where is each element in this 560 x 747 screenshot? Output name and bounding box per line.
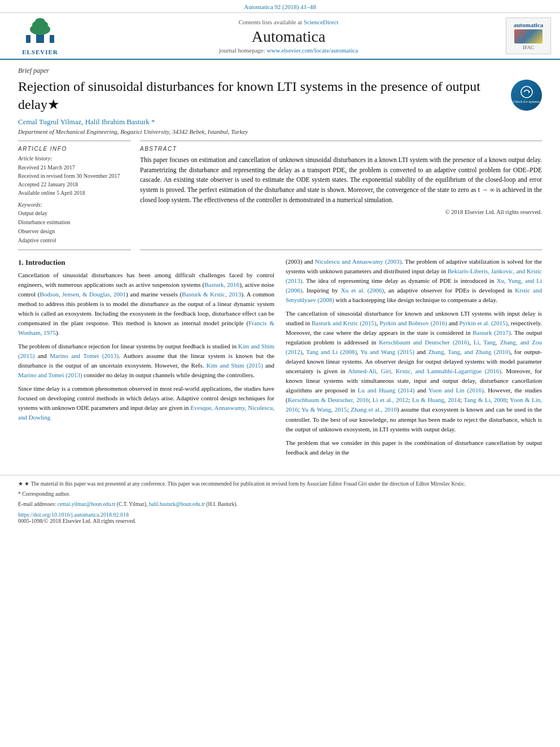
page: Automatica 92 (2018) 41–48 ELSEVIER [0, 0, 560, 747]
star-footnote: ★ ★ The material in this paper was not p… [18, 480, 542, 488]
ref-marino2013[interactable]: Marino and Tomei (2013) [50, 352, 119, 359]
article-info-label: article info [18, 146, 131, 152]
abstract-label: abstract [140, 146, 542, 152]
journal-ref-text: Automatica 92 (2018) 41–48 [244, 3, 316, 10]
ref-ahmed2016[interactable]: Ahmed-Ali, Giri, Krstic, and Lamnabhi-La… [348, 368, 501, 374]
article-info-col: article info Article history: Received 2… [18, 141, 131, 250]
elsevier-logo: ELSEVIER [9, 18, 71, 54]
ref-tang2008b[interactable]: Tang & Li, 2008 [464, 396, 506, 403]
affiliation-line: Department of Mechanical Engineering, Bo… [18, 128, 542, 135]
ref-xu2006b[interactable]: Xu et al. (2006) [341, 287, 384, 294]
ref-marino2013b[interactable]: Marino and Tomei (2013) [18, 372, 82, 378]
intro-para-3: Since time delay is a common phenomenon … [18, 384, 274, 422]
ref-basturk2013[interactable]: Basturk & Krstic, 2013 [182, 291, 241, 298]
article-title-row: Rejection of sinusoidal disturbances for… [18, 77, 542, 114]
svg-rect-4 [26, 35, 30, 43]
ref-pyrkin2015[interactable]: Pyrkin et al. (2015) [460, 320, 508, 326]
svg-rect-5 [50, 35, 54, 43]
check-for-updates-badge: Check for updates [511, 80, 542, 111]
email-addresses-line: E-mail addresses: cemal.yilmaz@boun.edu.… [18, 500, 542, 508]
contents-text: Contents lists available at [238, 19, 302, 25]
keyword-disturbance: Disturbance estimation [18, 218, 131, 227]
ref-basturk2016[interactable]: Basturk, 2016 [204, 281, 239, 288]
ref-kerschbaum2016b[interactable]: Kerschbaum & Deutscher, 2016 [288, 396, 369, 403]
ref-krstic2008[interactable]: Krstic and Smyshlyaev (2008) [286, 287, 542, 303]
intro-para-2: The problem of disturbance rejection for… [18, 342, 274, 380]
elsevier-tree-graphic [15, 17, 65, 47]
header-center: Contents lists available at ScienceDirec… [71, 19, 506, 54]
keyword-observer: Observer design [18, 227, 131, 236]
article-info-abstract-section: article info Article history: Received 2… [18, 141, 542, 250]
ref-tang2008[interactable]: Tang and Li (2008) [306, 348, 357, 355]
footer-area: ★ ★ The material in this paper was not p… [0, 475, 560, 528]
doi-line: https://doi.org/10.1016/j.automatica.201… [18, 512, 542, 518]
keywords-label: Keywords: [18, 202, 131, 208]
issn-line: 0005-1098/© 2018 Elsevier Ltd. All right… [18, 518, 542, 524]
ref-yoon2016[interactable]: Yoon and Lin (2016) [428, 387, 484, 394]
ref-zhang2010[interactable]: Zhang, Tang, and Zhang (2010) [428, 348, 510, 355]
body-left-col: 1. Introduction Cancellation of sinusoid… [18, 257, 274, 461]
right-para-2: The cancellation of sinusoidal disturban… [286, 309, 542, 434]
ref-francis1975[interactable]: Francis & Wonham, 1975 [18, 320, 274, 336]
ref-pyrkin2016[interactable]: Pyrkin and Bobtsov (2016) [379, 320, 447, 326]
homepage-url[interactable]: www.elsevier.com/locate/automatica [267, 47, 358, 54]
email1-link[interactable]: cemal.yilmaz@boun.edu.tr [58, 501, 116, 507]
sciencedirect-link[interactable]: ScienceDirect [304, 19, 339, 25]
right-para-1: (2003) and Niculescu and Annaswamy (2003… [286, 257, 542, 305]
email1-person: (C.T. Yilmaz), [117, 501, 147, 507]
intro-heading: 1. Introduction [18, 258, 274, 267]
keyword-output-delay: Output delay [18, 209, 131, 218]
contents-line: Contents lists available at ScienceDirec… [82, 19, 495, 25]
journal-ref-bar: Automatica 92 (2018) 41–48 [0, 0, 560, 13]
ref-zhang2010b[interactable]: Zhang et al., 2010 [351, 406, 397, 413]
svg-rect-0 [36, 34, 44, 43]
elsevier-text: ELSEVIER [22, 49, 58, 55]
ref-basturk2015[interactable]: Basturk and Krstic (2015) [312, 320, 377, 326]
star-footnote-text: ★ The material in this paper was not pre… [24, 481, 466, 487]
body-two-col: 1. Introduction Cancellation of sinusoid… [18, 257, 542, 461]
article-history-online: Available online 5 April 2018 [18, 189, 131, 197]
journal-name-header: Automatica [82, 28, 495, 46]
ref-niculescu2003[interactable]: Niculescu and Annaswamy (2003) [315, 258, 402, 265]
keyword-adaptive: Adaptive control [18, 236, 131, 245]
doi-link[interactable]: https://doi.org/10.1016/j.automatica.201… [18, 512, 129, 518]
homepage-text: journal homepage: [219, 47, 265, 54]
homepage-line: journal homepage: www.elsevier.com/locat… [82, 47, 495, 54]
ref-li2012b[interactable]: Li et al., 2012 [373, 396, 409, 403]
ref-yu2015[interactable]: Yu and Wang (2015) [360, 348, 414, 355]
svg-point-3 [35, 18, 45, 25]
authors-line: Cemal Tugrul Yilmaz, Halil Ibrahim Bastu… [18, 117, 542, 126]
ref-basturk2017[interactable]: Basturk (2017) [473, 329, 510, 336]
ref-bodson2001[interactable]: Bodson, Jensen, & Douglas, 2001 [40, 291, 126, 298]
ref-evesque2003[interactable]: Evesque, Annaswamy, Niculescu, and Dowli… [18, 404, 274, 421]
article-history-accepted: Accepted 22 January 2018 [18, 180, 131, 189]
ref-yu2015b[interactable]: Yu & Wang, 2015 [301, 406, 347, 413]
ref-xu2006[interactable]: Xu, Yung, and Li (2006) [286, 277, 542, 294]
header-area: ELSEVIER Contents lists available at Sci… [0, 13, 560, 60]
intro-section-title: Introduction [25, 258, 65, 267]
article-history-label: Article history: [18, 155, 131, 161]
article-history-revised: Received in revised form 30 November 201… [18, 172, 131, 180]
body-right-col: (2003) and Niculescu and Annaswamy (2003… [286, 257, 542, 461]
abstract-col: abstract This paper focuses on estimatio… [140, 141, 542, 250]
corresponding-note: * Corresponding author. [18, 490, 542, 498]
ref-kerschbaum2016[interactable]: Kerschbaum and Deutscher (2016) [379, 339, 469, 346]
ref-lu2014[interactable]: Lu and Huang (2014) [358, 387, 415, 394]
ifac-logo: automatica IFAC [506, 18, 551, 54]
ref-lu2014b[interactable]: Lu & Huang, 2014 [412, 396, 460, 403]
check-updates-label: Check for updates [513, 99, 540, 104]
email2-person: (H.I. Basturk). [206, 501, 237, 507]
intro-section-number: 1. [18, 258, 24, 267]
brief-paper-label: Brief paper [18, 67, 542, 75]
copyright-line: © 2018 Elsevier Ltd. All rights reserved… [140, 209, 542, 215]
ref-kimshim2015b[interactable]: Kim and Shim (2015) [207, 362, 263, 369]
intro-para-1: Cancellation of sinusoidal disturbances … [18, 270, 274, 338]
star-symbol: ★ [18, 481, 24, 487]
article-history-received: Received 21 March 2017 [18, 163, 131, 172]
article-title: Rejection of sinusoidal disturbances for… [18, 77, 504, 114]
emails-label: E-mail addresses: [18, 501, 56, 507]
main-content: Brief paper Rejection of sinusoidal dist… [0, 60, 560, 470]
svg-point-6 [521, 86, 532, 98]
abstract-text: This paper focuses on estimation and can… [140, 155, 542, 206]
email2-link[interactable]: halil.basturk@boun.edu.tr [149, 501, 205, 507]
